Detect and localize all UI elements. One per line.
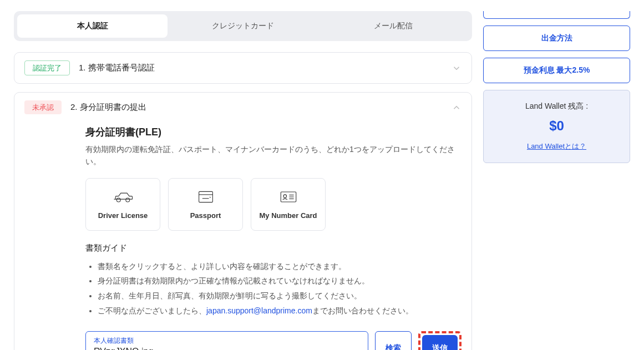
step-identity: 未承認 2. 身分証明書の提出 身分証明書(PLE) 有効期限内の運転免許証、パ… — [14, 92, 472, 350]
tabs: 本人認証 クレジットカード メール配信 — [14, 11, 472, 41]
doc-card-label: Passport — [190, 211, 221, 220]
step-body: 身分証明書(PLE) 有効期限内の運転免許証、パスポート、マイナンバーカードのう… — [14, 122, 471, 350]
wallet-title: Land Wallet 残高 : — [490, 102, 623, 111]
send-highlight: 送信 — [418, 331, 462, 350]
status-badge: 認証完了 — [24, 60, 70, 75]
status-badge: 未承認 — [24, 100, 62, 114]
svg-point-1 — [125, 198, 129, 202]
svg-marker-5 — [209, 196, 210, 197]
guide-item: お名前、生年月日、顔写真、有効期限が鮮明に写るよう撮影してください。 — [98, 288, 462, 303]
tab-mail[interactable]: メール配信 — [318, 14, 469, 38]
file-field-label: 本人確認書類 — [94, 336, 360, 346]
wallet-amount: $0 — [490, 118, 623, 134]
svg-point-0 — [116, 198, 120, 202]
tab-identity[interactable]: 本人認証 — [17, 14, 168, 38]
file-field[interactable]: 本人確認書類 RVzgJXNQ.jpg — [85, 331, 368, 350]
guide-list: 書類名をクリックすると、より詳しい内容を確認することができます。 身分証明書は有… — [85, 259, 462, 318]
doc-card-label: Driver License — [98, 211, 148, 220]
id-card-icon — [276, 189, 301, 207]
step-phone-header[interactable]: 認証完了 1. 携帯電話番号認証 — [14, 53, 471, 83]
doc-card-driver[interactable]: Driver License — [85, 178, 160, 231]
file-row: 本人確認書類 RVzgJXNQ.jpg 検索 送信 — [85, 331, 462, 350]
step-title: 2. 身分証明書の提出 — [70, 102, 443, 113]
wallet-box: Land Wallet 残高 : $0 Land Walletとは？ — [483, 90, 630, 163]
tab-credit[interactable]: クレジットカード — [168, 14, 318, 38]
guide-text: ご不明な点がございましたら、 — [98, 306, 206, 315]
search-button[interactable]: 検索 — [375, 331, 412, 350]
car-icon — [111, 189, 135, 207]
guide-item: 身分証明書は有効期限内かつ正確な情報が記載されていなければなりません。 — [98, 273, 462, 288]
doc-card-label: My Number Card — [259, 211, 317, 220]
step-title: 1. 携帯電話番号認証 — [79, 63, 443, 73]
doc-card-mynumber[interactable]: My Number Card — [251, 178, 326, 231]
wallet-info-link[interactable]: Land Walletとは？ — [527, 142, 586, 150]
send-button[interactable]: 送信 — [422, 335, 458, 350]
sidebar-partial-box — [483, 11, 630, 19]
support-email-link[interactable]: japan.support@landprime.com — [206, 306, 312, 315]
guide-item: ご不明な点がございましたら、japan.support@landprime.co… — [98, 303, 462, 318]
withdraw-button[interactable]: 出金方法 — [483, 26, 630, 51]
step-phone: 認証完了 1. 携帯電話番号認証 — [14, 52, 472, 84]
chevron-down-icon — [452, 63, 462, 73]
section-description: 有効期限内の運転免許証、パスポート、マイナンバーカードのうち、どれか1つをアップ… — [85, 143, 462, 168]
guide-text: までお問い合わせください。 — [312, 306, 413, 315]
document-cards: Driver License Passport — [85, 178, 462, 231]
svg-point-7 — [283, 195, 287, 198]
step-identity-header[interactable]: 未承認 2. 身分証明書の提出 — [14, 93, 471, 122]
chevron-up-icon — [452, 103, 462, 113]
passport-icon — [194, 189, 218, 207]
doc-card-passport[interactable]: Passport — [168, 178, 243, 231]
interest-button[interactable]: 預金利息 最大2.5% — [483, 58, 630, 83]
svg-rect-2 — [199, 191, 212, 202]
section-heading: 身分証明書(PLE) — [85, 125, 462, 139]
file-name: RVzgJXNQ.jpg — [94, 347, 360, 350]
guide-heading: 書類ガイド — [85, 243, 462, 253]
guide-item: 書類名をクリックすると、より詳しい内容を確認することができます。 — [98, 259, 462, 274]
